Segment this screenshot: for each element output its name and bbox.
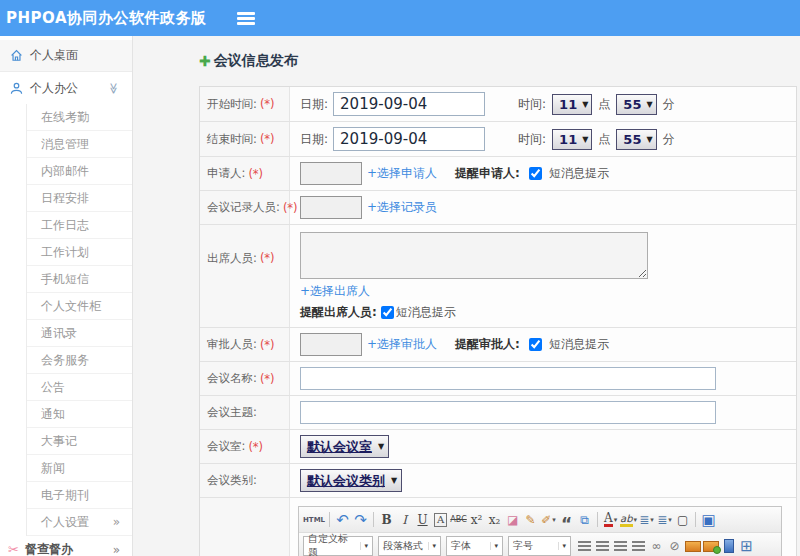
attendees-sms-checkbox[interactable] — [381, 306, 394, 319]
toolbar-separator — [597, 512, 598, 527]
approver-input[interactable] — [300, 333, 362, 356]
image-icon[interactable] — [684, 537, 701, 556]
html-source-icon[interactable]: HTML — [303, 510, 325, 529]
end-date-input[interactable] — [333, 127, 485, 151]
custom-title-select[interactable]: 自定义标题▾ — [303, 536, 373, 556]
sms-remind-label: 短消息提示 — [549, 165, 609, 182]
unordered-list-icon[interactable]: ≣▾ — [656, 510, 673, 529]
strikethrough-icon[interactable]: ABC — [450, 510, 467, 529]
unlink-icon[interactable]: ⊘ — [666, 537, 683, 556]
required-mark: (*) — [260, 132, 275, 146]
border-font-icon[interactable]: A — [432, 510, 449, 529]
sidebar-subitem-15[interactable]: 电子期刊 — [27, 482, 132, 509]
italic-icon[interactable]: I — [396, 510, 413, 529]
align-justify-icon[interactable] — [630, 537, 647, 556]
minute-suffix: 分 — [663, 131, 675, 148]
remove-format-icon[interactable]: ◪ — [504, 510, 521, 529]
sidebar-subitem-7[interactable]: 手机短信 — [27, 266, 132, 293]
new-page-icon[interactable]: ▢ — [674, 510, 691, 529]
choose-applicant-link[interactable]: +选择申请人 — [367, 165, 437, 182]
sidebar-subitem-10[interactable]: 会务服务 — [27, 347, 132, 374]
sidebar-subitem-6[interactable]: 工作计划 — [27, 239, 132, 266]
superscript-icon[interactable]: x² — [468, 510, 485, 529]
align-right-icon[interactable] — [612, 537, 629, 556]
sidebar-subitem-2[interactable]: 消息管理 — [27, 131, 132, 158]
sidebar-subitem-3[interactable]: 内部邮件 — [27, 158, 132, 185]
field-label: 会议名称: — [207, 371, 257, 386]
subscript-icon[interactable]: x₂ — [486, 510, 503, 529]
font-size-select[interactable]: 字号▾ — [508, 536, 571, 556]
field-label: 会议记录人员: — [207, 200, 280, 215]
meeting-subject-input[interactable] — [300, 401, 716, 424]
blockquote-icon[interactable]: “ — [558, 510, 575, 529]
required-mark: (*) — [248, 440, 263, 454]
highlight-color-icon[interactable]: ab▾ — [620, 510, 637, 529]
sidebar-item-supervise[interactable]: ✂ 督查督办 » — [0, 536, 132, 556]
hour-suffix: 点 — [598, 131, 610, 148]
recorder-input[interactable] — [300, 196, 362, 219]
sidebar-subitem-16[interactable]: 个人设置» — [27, 509, 132, 536]
image-upload-icon[interactable] — [702, 537, 719, 556]
dropdown-arrow-icon: ▾ — [558, 542, 566, 550]
sidebar-subitem-8[interactable]: 个人文件柜 — [27, 293, 132, 320]
sidebar-item-office[interactable]: 个人办公 ≫ — [0, 72, 132, 104]
applicant-input[interactable] — [300, 162, 362, 185]
required-mark: (*) — [260, 97, 275, 111]
sidebar-subitem-9[interactable]: 通讯录 — [27, 320, 132, 347]
format-brush-icon[interactable]: ✎ — [522, 510, 539, 529]
start-minute-select[interactable]: 55▼ — [616, 94, 656, 115]
end-minute-select[interactable]: 55▼ — [616, 129, 656, 150]
attendees-textarea[interactable] — [300, 232, 648, 279]
sidebar-item-desktop[interactable]: 个人桌面 — [0, 40, 132, 72]
sidebar-subitem-5[interactable]: 工作日志 — [27, 212, 132, 239]
sidebar-subitem-1[interactable]: 在线考勤 — [27, 104, 132, 131]
dropdown-arrow-icon: ▾ — [634, 516, 638, 524]
choose-recorder-link[interactable]: +选择记录员 — [367, 199, 437, 216]
start-date-input[interactable] — [333, 92, 485, 116]
dropdown-arrow-icon: ▾ — [490, 542, 498, 550]
table-icon[interactable]: ⊞ — [738, 537, 755, 556]
sidebar-subitem-12[interactable]: 通知 — [27, 401, 132, 428]
fill-color-icon[interactable]: ✐▾ — [540, 510, 557, 529]
sidebar-subitem-14[interactable]: 新闻 — [27, 455, 132, 482]
align-left-icon[interactable] — [576, 537, 593, 556]
paragraph-format-select[interactable]: 段落格式▾ — [378, 536, 441, 556]
date-label: 日期: — [300, 131, 328, 148]
font-color-icon[interactable]: A▾ — [602, 510, 619, 529]
sidebar: 个人桌面 个人办公 ≫ 在线考勤消息管理内部邮件日程安排工作日志工作计划手机短信… — [0, 36, 133, 556]
applicant-sms-checkbox[interactable] — [529, 167, 542, 180]
supervise-icon: ✂ — [8, 542, 19, 556]
sidebar-subitem-11[interactable]: 公告 — [27, 374, 132, 401]
underline-icon[interactable]: U — [414, 510, 431, 529]
sidebar-subitem-13[interactable]: 大事记 — [27, 428, 132, 455]
choose-attendees-link[interactable]: +选择出席人 — [300, 283, 370, 300]
bold-icon[interactable]: B — [378, 510, 395, 529]
sidebar-submenu: 在线考勤消息管理内部邮件日程安排工作日志工作计划手机短信个人文件柜通讯录会务服务… — [26, 104, 132, 536]
undo-icon[interactable]: ↶ — [334, 510, 351, 529]
choose-approver-link[interactable]: +选择审批人 — [367, 336, 437, 353]
redo-icon[interactable]: ↷ — [352, 510, 369, 529]
form-row-approver: 审批人员: (*) +选择审批人 提醒审批人: 短消息提示 — [200, 328, 796, 362]
media-icon[interactable] — [720, 537, 737, 556]
meeting-category-select[interactable]: 默认会议类别 ▼ — [300, 469, 402, 492]
required-mark: (*) — [260, 251, 275, 265]
page-title-row: ✚ 会议信息发布 — [199, 52, 800, 70]
menu-toggle-icon[interactable] — [237, 12, 255, 25]
start-hour-select[interactable]: 11▼ — [552, 94, 592, 115]
link-icon[interactable]: ∞ — [648, 537, 665, 556]
paste-plain-text-icon[interactable]: ⧉ — [576, 510, 593, 529]
time-label: 时间: — [518, 131, 546, 148]
meeting-name-input[interactable] — [300, 367, 716, 390]
ordered-list-icon[interactable]: ≣▾ — [638, 510, 655, 529]
approver-sms-checkbox[interactable] — [529, 338, 542, 351]
sidebar-subitem-4[interactable]: 日程安排 — [27, 185, 132, 212]
align-center-icon[interactable] — [594, 537, 611, 556]
home-icon — [10, 49, 23, 62]
end-hour-select[interactable]: 11▼ — [552, 129, 592, 150]
font-family-select[interactable]: 字体▾ — [446, 536, 503, 556]
select-arrow-icon: ▼ — [646, 135, 652, 144]
minute-suffix: 分 — [663, 96, 675, 113]
fullscreen-icon[interactable]: ▣ — [700, 510, 717, 529]
sidebar-item-label: 个人桌面 — [30, 47, 78, 64]
meeting-room-select[interactable]: 默认会议室 ▼ — [300, 435, 389, 458]
